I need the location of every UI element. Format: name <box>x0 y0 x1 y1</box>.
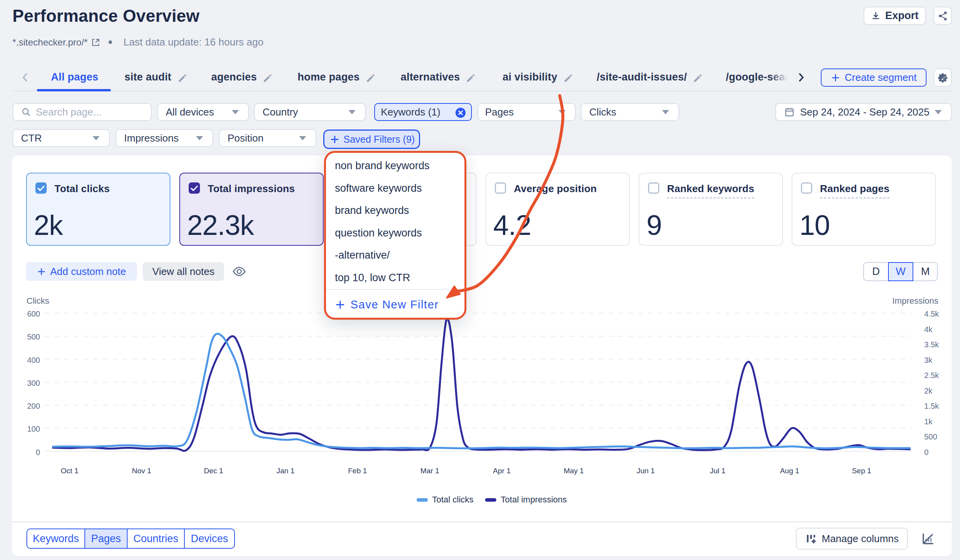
svg-text:500: 500 <box>27 332 40 341</box>
svg-text:Nov 1: Nov 1 <box>132 467 151 475</box>
svg-text:500: 500 <box>924 432 937 441</box>
svg-text:0: 0 <box>36 448 40 457</box>
svg-text:3k: 3k <box>924 356 933 364</box>
svg-text:Jul 1: Jul 1 <box>710 467 725 475</box>
svg-text:2k: 2k <box>924 387 933 395</box>
svg-text:300: 300 <box>27 379 40 387</box>
svg-text:1.5k: 1.5k <box>924 402 939 410</box>
svg-text:600: 600 <box>27 310 40 318</box>
svg-text:100: 100 <box>27 425 40 433</box>
svg-text:2.5k: 2.5k <box>924 371 939 380</box>
svg-text:Sep 1: Sep 1 <box>852 467 871 475</box>
svg-text:400: 400 <box>27 356 40 364</box>
svg-text:Apr 1: Apr 1 <box>493 467 510 475</box>
svg-text:Feb 1: Feb 1 <box>348 467 367 475</box>
svg-text:1k: 1k <box>924 417 933 426</box>
svg-text:May 1: May 1 <box>564 467 584 475</box>
svg-text:4k: 4k <box>924 325 933 334</box>
svg-text:0: 0 <box>924 448 928 457</box>
svg-text:Jun 1: Jun 1 <box>637 467 655 475</box>
svg-text:Mar 1: Mar 1 <box>420 467 440 475</box>
svg-text:4.5k: 4.5k <box>924 310 939 318</box>
svg-text:Oct 1: Oct 1 <box>61 467 78 475</box>
svg-text:3.5k: 3.5k <box>924 340 939 349</box>
svg-text:200: 200 <box>27 402 40 410</box>
svg-text:Dec 1: Dec 1 <box>204 467 223 475</box>
svg-text:Aug 1: Aug 1 <box>780 467 799 475</box>
svg-text:Jan 1: Jan 1 <box>277 467 294 475</box>
